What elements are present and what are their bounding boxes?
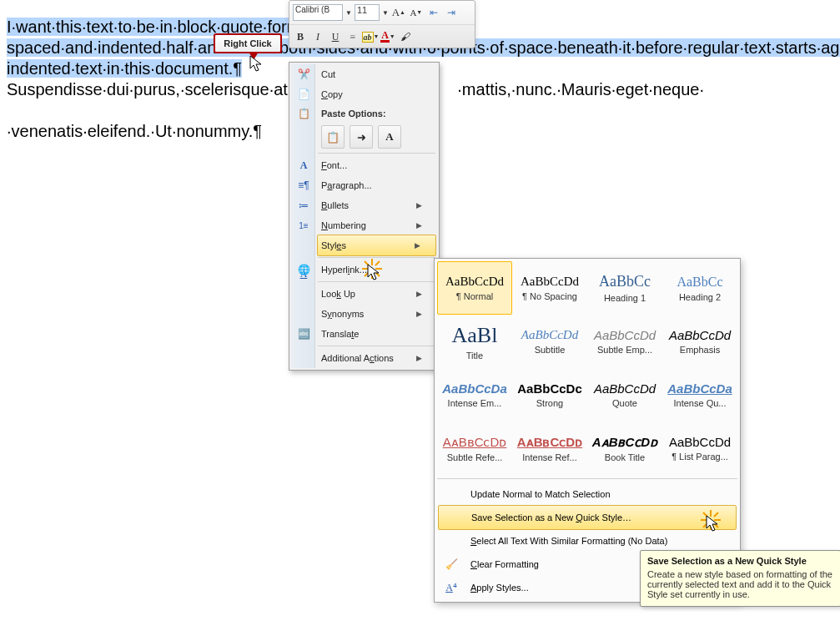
copy-icon: 📄 bbox=[295, 86, 312, 103]
style-subtle-refe-[interactable]: AᴀBʙCᴄDᴅSubtle Refe... bbox=[437, 421, 512, 475]
menu-synonyms[interactable]: Synonyms▶ bbox=[291, 304, 437, 324]
paste-options-row: 📋 ➜ A bbox=[291, 123, 437, 151]
font-color-button[interactable]: A▼ bbox=[380, 28, 395, 45]
style-subtitle[interactable]: AaBbCcDdSubtitle bbox=[512, 315, 587, 368]
numbering-icon: 1≡ bbox=[295, 217, 312, 234]
style-quote[interactable]: AaBbCcDdQuote bbox=[587, 368, 662, 421]
menu-numbering[interactable]: 1≡ Numbering▶ bbox=[291, 215, 437, 235]
apply-styles-icon: A⁴ bbox=[442, 579, 460, 596]
style-title[interactable]: AaBlTitle bbox=[437, 315, 512, 368]
menu-bullets[interactable]: ≔ Bullets▶ bbox=[291, 195, 437, 215]
paragraph-2a[interactable]: Suspendisse·dui·purus,·scelerisque·at,·v… bbox=[7, 80, 314, 98]
font-size-combo[interactable]: 11 bbox=[355, 4, 380, 21]
menu-copy[interactable]: 📄 Copy bbox=[291, 84, 437, 104]
style-intense-em-[interactable]: AaBbCcDaIntense Em... bbox=[437, 368, 512, 421]
menu-paragraph[interactable]: ≡¶ Paragraph... bbox=[291, 175, 437, 195]
tooltip-body: Create a new style based on formatting o… bbox=[647, 569, 833, 599]
paste-keep-source-button[interactable]: 📋 bbox=[321, 125, 345, 149]
font-name-combo[interactable]: Calibri (B bbox=[293, 4, 343, 21]
select-similar-formatting-action[interactable]: Select All Text With Similar Formatting … bbox=[437, 529, 737, 553]
menu-styles[interactable]: Styles▶ bbox=[317, 235, 436, 256]
paragraph-2b[interactable]: ·mattis,·nunc.·Mauris·eget·neque· bbox=[457, 80, 704, 98]
style-subtle-emp-[interactable]: AaBbCcDdSubtle Emp... bbox=[587, 315, 662, 368]
style-emphasis[interactable]: AaBbCcDdEmphasis bbox=[662, 315, 737, 368]
bold-button[interactable]: B bbox=[293, 28, 308, 45]
mini-toolbar: Calibri (B▼ 11▼ A▲ A▼ ⇤ ⇥ B I U ≡ ab▼ A▼… bbox=[289, 0, 475, 48]
paste-text-only-button[interactable]: A bbox=[378, 125, 401, 149]
style-intense-ref-[interactable]: AᴀBʙCᴄDᴅIntense Ref... bbox=[512, 421, 587, 475]
style--list-parag-[interactable]: AaBbCcDd¶ List Parag... bbox=[662, 421, 737, 475]
paste-merge-button[interactable]: ➜ bbox=[350, 125, 373, 149]
menu-translate[interactable]: 🔤 Translate bbox=[291, 324, 437, 344]
highlight-color-button[interactable]: ab▼ bbox=[363, 28, 378, 45]
grow-font-button[interactable]: A▲ bbox=[391, 4, 406, 21]
menu-hyperlink[interactable]: 🌐 Hyperlink... bbox=[291, 260, 437, 280]
italic-button[interactable]: I bbox=[310, 28, 325, 45]
style-strong[interactable]: AaBbCcDcStrong bbox=[512, 368, 587, 421]
style-book-title[interactable]: AᴀBʙCᴄDᴅBook Title bbox=[587, 421, 662, 475]
clipboard-icon: 📋 bbox=[295, 105, 312, 122]
tooltip-title: Save Selection as a New Quick Style bbox=[647, 556, 833, 566]
style--no-spacing[interactable]: AaBbCcDd¶ No Spacing bbox=[512, 261, 587, 315]
font-icon: A bbox=[295, 157, 312, 174]
paragraph-icon: ≡¶ bbox=[295, 177, 312, 194]
menu-cut[interactable]: ✂️ Cut bbox=[291, 64, 437, 84]
hyperlink-icon: 🌐 bbox=[295, 261, 312, 278]
style-intense-qu-[interactable]: AaBbCcDaIntense Qu... bbox=[662, 368, 737, 421]
style--normal[interactable]: AaBbCcDd¶ Normal bbox=[437, 261, 512, 315]
style-heading-2[interactable]: AaBbCcHeading 2 bbox=[662, 261, 737, 315]
align-center-button[interactable]: ≡ bbox=[345, 28, 360, 45]
menu-paste-options-header: 📋 Paste Options: bbox=[291, 104, 437, 123]
clear-formatting-icon: 🧹 bbox=[442, 556, 460, 573]
right-click-callout: Right Click bbox=[214, 33, 282, 53]
increase-indent-button[interactable]: ⇥ bbox=[444, 4, 459, 21]
menu-lookup[interactable]: Look Up▶ bbox=[291, 284, 437, 304]
translate-icon: 🔤 bbox=[295, 326, 312, 342]
style-heading-1[interactable]: AaBbCcHeading 1 bbox=[587, 261, 662, 315]
update-normal-action[interactable]: Update Normal to Match Selection bbox=[437, 482, 737, 506]
bullets-icon: ≔ bbox=[295, 197, 312, 214]
menu-font[interactable]: A Font... bbox=[291, 155, 437, 175]
underline-button[interactable]: U bbox=[328, 28, 343, 45]
tooltip: Save Selection as a New Quick Style Crea… bbox=[640, 550, 840, 607]
styles-grid: AaBbCcDd¶ NormalAaBbCcDd¶ No SpacingAaBb… bbox=[437, 261, 737, 475]
menu-additional-actions[interactable]: Additional Actions▶ bbox=[291, 348, 437, 368]
shrink-font-button[interactable]: A▼ bbox=[409, 4, 424, 21]
save-new-quick-style-action[interactable]: Save Selection as a New Quick Style… bbox=[438, 505, 737, 530]
paragraph-3[interactable]: ·venenatis·eleifend.·Ut·nonummy.¶ bbox=[7, 122, 262, 140]
format-painter-button[interactable]: 🖌 bbox=[398, 28, 413, 45]
scissors-icon: ✂️ bbox=[295, 66, 312, 83]
context-menu: ✂️ Cut 📄 Copy 📋 Paste Options: 📋 ➜ A A F… bbox=[289, 62, 440, 371]
decrease-indent-button[interactable]: ⇤ bbox=[426, 4, 441, 21]
